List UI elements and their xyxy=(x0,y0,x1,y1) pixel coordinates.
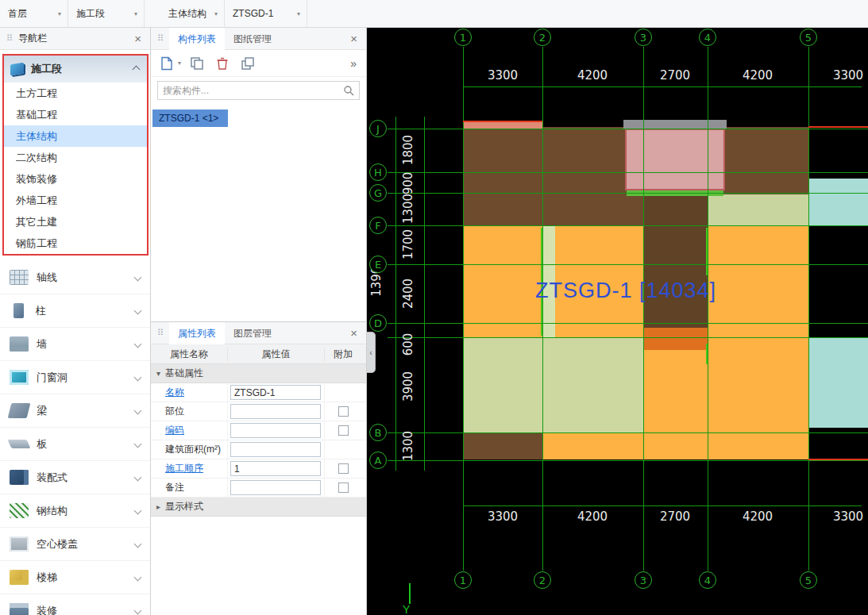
tree-item-2[interactable]: 墙 xyxy=(0,328,150,361)
tree-item-0[interactable]: 轴线 xyxy=(0,261,150,294)
attach-checkbox[interactable] xyxy=(338,463,349,474)
property-value-input[interactable] xyxy=(230,442,321,457)
nav-section-item-2[interactable]: 主体结构 xyxy=(4,125,147,147)
search-icon[interactable] xyxy=(343,85,354,96)
axis-bubble: D xyxy=(369,314,387,332)
tab-property-list[interactable]: 属性列表 xyxy=(169,322,225,344)
topbar-combo-3[interactable]: ZTSGD-1▾ xyxy=(225,0,307,27)
new-component-button[interactable] xyxy=(157,54,176,73)
tree-item-7[interactable]: 钢结构 xyxy=(0,494,150,528)
tree-item-4[interactable]: 梁 xyxy=(0,394,150,428)
search-box xyxy=(157,81,360,100)
plan-region[interactable] xyxy=(708,194,808,226)
attach-checkbox[interactable] xyxy=(338,406,349,417)
property-group-0[interactable]: ▾基础属性 xyxy=(151,364,366,383)
axis-bubble: A xyxy=(369,452,387,469)
tab-drawing-management[interactable]: 图纸管理 xyxy=(225,28,280,50)
attach-checkbox[interactable] xyxy=(338,482,349,493)
tree-item-label: 钢结构 xyxy=(37,504,135,518)
plan-region[interactable] xyxy=(643,350,708,432)
property-value-input[interactable] xyxy=(230,480,321,495)
column-header-name: 属性名称 xyxy=(151,348,228,361)
plan-region[interactable] xyxy=(808,179,868,226)
nav-section-item-0[interactable]: 土方工程 xyxy=(4,83,147,104)
tree-item-label: 装修 xyxy=(37,604,135,615)
property-name[interactable]: 编码 xyxy=(151,421,228,440)
property-panel: ⠿ 属性列表 图层管理 × 属性名称 属性值 附加 ▾基础属性名称部位编码建筑面… xyxy=(151,321,366,615)
tree-item-10[interactable]: 装修 xyxy=(0,594,150,615)
property-value-input[interactable] xyxy=(230,423,321,438)
axis-grid-icon xyxy=(10,270,29,285)
floor-selectors: 首层▾施工段▾主体结构▾ZTSGD-1▾ xyxy=(0,0,307,27)
nav-section-item-3[interactable]: 二次结构 xyxy=(4,147,147,168)
section-header[interactable]: 施工段 xyxy=(4,56,147,83)
selected-component-label[interactable]: ZTSGD-1 [14034] xyxy=(535,279,716,303)
property-value-input[interactable] xyxy=(230,404,321,419)
copy-component-button[interactable] xyxy=(187,54,206,73)
delete-component-button[interactable] xyxy=(213,54,232,73)
chevron-down-icon xyxy=(134,340,142,348)
axis-bubble: G xyxy=(369,184,387,202)
plan-region[interactable] xyxy=(808,337,868,428)
dimension-label: 4200 xyxy=(577,509,608,524)
slab-icon xyxy=(8,440,31,448)
plan-region[interactable] xyxy=(463,337,643,432)
tree-item-1[interactable]: 柱 xyxy=(0,294,150,328)
dimension-label: 2400 xyxy=(401,279,415,309)
topbar-combo-1[interactable]: 施工段▾ xyxy=(68,0,145,27)
column-header-attach: 附加 xyxy=(325,348,361,361)
nav-section-item-1[interactable]: 基础工程 xyxy=(4,104,147,125)
tree-item-8[interactable]: 空心楼盖 xyxy=(0,528,150,561)
nav-panel-header: ⠿ 导航栏 × xyxy=(0,28,150,50)
attach-checkbox[interactable] xyxy=(338,425,349,436)
plan-region[interactable] xyxy=(463,122,542,129)
nav-section-item-5[interactable]: 外墙工程 xyxy=(4,190,147,211)
plan-region[interactable] xyxy=(463,432,542,459)
tree-item-5[interactable]: 板 xyxy=(0,428,150,461)
collapse-panel-handle[interactable]: ‹ xyxy=(367,332,376,373)
plan-region[interactable] xyxy=(623,120,727,129)
nav-section-item-6[interactable]: 其它土建 xyxy=(4,211,147,233)
close-icon[interactable]: × xyxy=(348,33,360,44)
topbar-combo-0[interactable]: 首层▾ xyxy=(0,0,68,27)
property-value-input[interactable] xyxy=(230,385,321,400)
tree-item-6[interactable]: 装配式 xyxy=(0,461,150,494)
property-attach-cell xyxy=(325,459,361,478)
plan-region[interactable] xyxy=(625,129,725,190)
property-attach-cell xyxy=(325,383,361,402)
plan-region[interactable] xyxy=(463,127,643,226)
axis-bubble: 4 xyxy=(699,29,716,46)
plan-region[interactable] xyxy=(643,328,708,350)
property-attach-cell xyxy=(325,440,361,459)
steel-structure-icon xyxy=(10,503,29,518)
topbar-combo-2[interactable]: 主体结构▾ xyxy=(160,0,225,27)
axis-bubble: B xyxy=(369,424,387,441)
search-input[interactable] xyxy=(163,85,343,96)
property-group-1[interactable]: ▸显示样式 xyxy=(151,498,366,517)
property-name[interactable]: 名称 xyxy=(151,383,228,402)
tab-component-list[interactable]: 构件列表 xyxy=(169,28,225,50)
list-item[interactable]: ZTSGD-1 <1> xyxy=(152,110,228,127)
toolbar-overflow-button[interactable]: » xyxy=(347,57,360,70)
property-value-input[interactable] xyxy=(230,461,321,476)
nav-section-item-7[interactable]: 钢筋工程 xyxy=(4,233,147,254)
tree-item-label: 柱 xyxy=(36,304,135,318)
app-root: 首层▾施工段▾主体结构▾ZTSGD-1▾ ⠿ 导航栏 × 施工段 土方工程基础工… xyxy=(0,0,868,615)
property-name[interactable]: 施工顺序 xyxy=(151,459,228,478)
close-icon[interactable]: × xyxy=(348,327,360,339)
grid-line-vertical xyxy=(643,47,644,571)
tree-item-3[interactable]: 门窗洞 xyxy=(0,361,150,394)
tree-item-9[interactable]: 楼梯 xyxy=(0,561,150,594)
nav-section-item-4[interactable]: 装饰装修 xyxy=(4,168,147,190)
layer-copy-button[interactable] xyxy=(238,54,257,73)
property-group-label: 基础属性 xyxy=(165,367,203,380)
close-icon[interactable]: × xyxy=(132,33,144,44)
column-header-value: 属性值 xyxy=(228,348,325,361)
property-value-cell xyxy=(228,479,325,497)
plan-region[interactable] xyxy=(542,432,808,459)
tab-layer-management[interactable]: 图层管理 xyxy=(225,322,280,344)
grid-line-vertical xyxy=(542,47,543,571)
drawing-canvas[interactable]: 1122334455JHGFEDBA3300420027004200330033… xyxy=(367,28,868,615)
chevron-down-icon[interactable]: ▾ xyxy=(178,60,181,67)
plan-region[interactable] xyxy=(708,226,808,432)
